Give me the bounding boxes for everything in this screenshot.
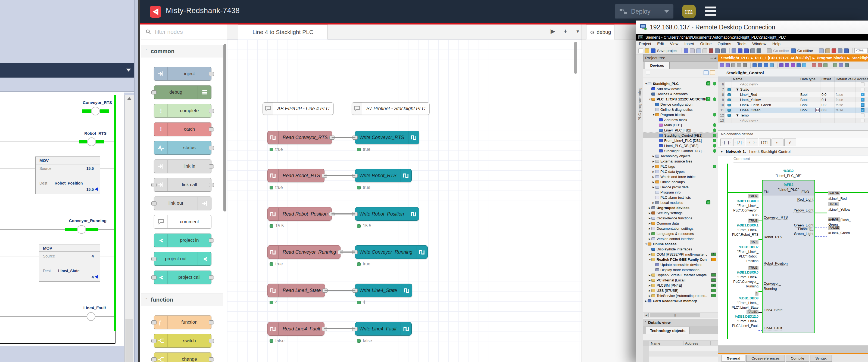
table-row[interactable]: 13<Add new> (718, 118, 868, 123)
editor-toolbar-icon[interactable] (770, 63, 774, 67)
rdp-titlebar[interactable]: 192.168.0.137 - Remote Desktop Connectio… (636, 21, 868, 34)
editor-toolbar-icon[interactable] (812, 63, 816, 67)
expander-closed-icon[interactable]: ▶ (649, 274, 651, 277)
editor-toolbar-icon[interactable] (764, 63, 768, 67)
tree-item[interactable]: ▶Version control interface (643, 236, 718, 242)
breadcrumb[interactable]: Stacklight_PLC▶PLC_1 [CPU 1212C AC/DC/Rl… (718, 54, 868, 61)
input-port[interactable] (151, 201, 157, 205)
tia-titlebar[interactable]: TIA Siemens - C:\Users\richard\Documents… (636, 34, 868, 40)
add-flow-icon[interactable]: + (564, 28, 567, 35)
toolbar-label[interactable]: Go offline (797, 49, 813, 53)
expander-open-icon[interactable]: ▼ (649, 98, 651, 101)
read-node[interactable]: Read Robot_RTS (268, 169, 324, 183)
output-port[interactable] (209, 321, 214, 325)
read-node[interactable]: Read Line4_State (268, 284, 325, 297)
write-node[interactable]: Write Conveyor_Running (355, 245, 428, 259)
tree-item[interactable]: ▶Languages & resources (643, 231, 718, 236)
scrollbar[interactable] (124, 95, 134, 362)
expander-closed-icon[interactable]: ▶ (652, 165, 655, 168)
output-port[interactable] (209, 128, 214, 132)
table-row[interactable]: 11Line4_GreenBool▤0.3false✓ (718, 108, 868, 113)
menu-tools[interactable]: Tools (737, 41, 746, 46)
deploy-options-icon[interactable] (664, 10, 669, 13)
avatar[interactable]: rm (682, 5, 696, 18)
editor-toolbar-icon[interactable] (791, 63, 795, 67)
editor-toolbar-icon[interactable] (818, 63, 822, 67)
tree-item[interactable]: Device configuration (643, 102, 718, 107)
expander-closed-icon[interactable]: ▶ (649, 238, 651, 240)
tab-devices[interactable]: Devices (645, 62, 670, 69)
scroll-up-icon[interactable] (127, 97, 131, 100)
editor-toolbar-icon[interactable] (725, 63, 730, 67)
tree-item[interactable]: ▼Online access (643, 242, 718, 247)
output-port[interactable] (209, 164, 214, 168)
output-port[interactable] (209, 183, 214, 187)
editor-toolbar-icon[interactable] (845, 63, 849, 67)
wire[interactable] (331, 214, 355, 215)
breadcrumb-item[interactable]: PLC_1 [CPU 1212C AC/DC/Rly] (755, 56, 811, 60)
datatype-picker-icon[interactable]: ▤ (815, 108, 819, 112)
expander-closed-icon[interactable]: ▶ (649, 279, 651, 282)
tree-item[interactable]: Add new block (643, 117, 718, 122)
tree-item[interactable]: ▶Watch and force tables (643, 174, 718, 179)
wire[interactable] (340, 251, 355, 253)
input-port[interactable] (151, 357, 157, 361)
table-row[interactable]: 12▼ Temp (718, 113, 868, 118)
tree-item[interactable]: ▶PLC tags (643, 164, 718, 169)
toolbar-icon[interactable] (732, 49, 736, 53)
expander-closed-icon[interactable]: ▶ (649, 232, 651, 235)
menu-edit[interactable]: Edit (657, 41, 664, 46)
tree-item[interactable]: ▶PLC data types (643, 169, 718, 174)
deploy-button[interactable]: Deploy (615, 4, 674, 19)
toolbar-icon[interactable] (738, 49, 742, 53)
output-port[interactable] (209, 275, 214, 280)
menu-help[interactable]: Help (772, 41, 780, 46)
tree-item[interactable]: Display/hide interfaces (643, 247, 718, 252)
tag-label[interactable]: Robot_RTS (84, 131, 106, 136)
menu-window[interactable]: Window (752, 41, 766, 46)
breadcrumb-item[interactable]: Stacklight_Co (852, 56, 868, 60)
tree-item[interactable]: ▶Documentation settings (643, 226, 718, 231)
tab-debug[interactable]: debug (586, 25, 615, 39)
palette-node-link-out[interactable]: link out (154, 196, 211, 210)
expander-open-icon[interactable]: ▼ (649, 258, 651, 261)
breadcrumb-item[interactable]: Program blocks (817, 56, 846, 60)
input-port[interactable] (151, 321, 157, 325)
tag-label[interactable]: Line4_Fault (84, 305, 106, 310)
tree-item[interactable]: ▶Common data (643, 221, 718, 226)
editor-toolbar-icon[interactable] (758, 63, 762, 67)
palette-node-project-out[interactable]: project out (154, 252, 211, 266)
wire[interactable] (332, 137, 355, 138)
menu-icon[interactable] (705, 6, 716, 17)
menu-options[interactable]: Options (718, 41, 731, 46)
palette-node-project-call[interactable]: project call (154, 271, 211, 284)
input-port[interactable] (151, 90, 157, 94)
expander-closed-icon[interactable]: ▶ (649, 289, 651, 292)
menu-online[interactable]: Online (700, 41, 712, 46)
ladder-canvas[interactable]: Conveyor_RTSRobot_RTSMOVSource15.5DestRo… (0, 92, 124, 346)
editor-toolbar-icon[interactable] (839, 63, 843, 67)
mov-instruction[interactable]: MOVSource4DestLine4_State4 (39, 244, 100, 282)
palette-node-function[interactable]: ffunction (154, 315, 211, 329)
lad-element-button[interactable]: ↦ (772, 139, 783, 146)
tab-cross-references[interactable]: Cross-references (746, 355, 785, 362)
palette-category-common[interactable]: ˆcommon (141, 45, 223, 57)
lad-element-button[interactable]: -( )- (746, 139, 758, 146)
toolbar-label[interactable]: Go online (773, 49, 789, 53)
write-node[interactable]: Write Line4_State (355, 284, 412, 297)
tree-item[interactable]: ▼PLC_1 [CPU 1212C AC/DC/Rly]✓ (643, 96, 718, 102)
expander-closed-icon[interactable]: ▶ (652, 201, 655, 204)
tree-item[interactable]: ▶Ungrouped devices (643, 205, 718, 211)
tree-item[interactable]: ▶Cross-device functions (643, 216, 718, 221)
tree-item[interactable]: Program info (643, 190, 718, 195)
tree-item[interactable]: ▼Stacklight_PLC✓ (643, 81, 718, 86)
output-port[interactable] (209, 239, 214, 243)
read-node[interactable]: Read Conveyor_RTS (268, 131, 332, 144)
toolbar-icon[interactable] (715, 49, 720, 53)
read-node[interactable]: Read Robot_Position (268, 207, 332, 221)
table-row[interactable]: 6<Add new> (718, 82, 868, 87)
editor-toolbar-icon[interactable] (797, 63, 801, 67)
checkbox-icon[interactable] (861, 82, 865, 86)
tree-item[interactable]: PLC alarm text lists (643, 195, 718, 200)
toolbar-icon[interactable] (645, 49, 649, 53)
